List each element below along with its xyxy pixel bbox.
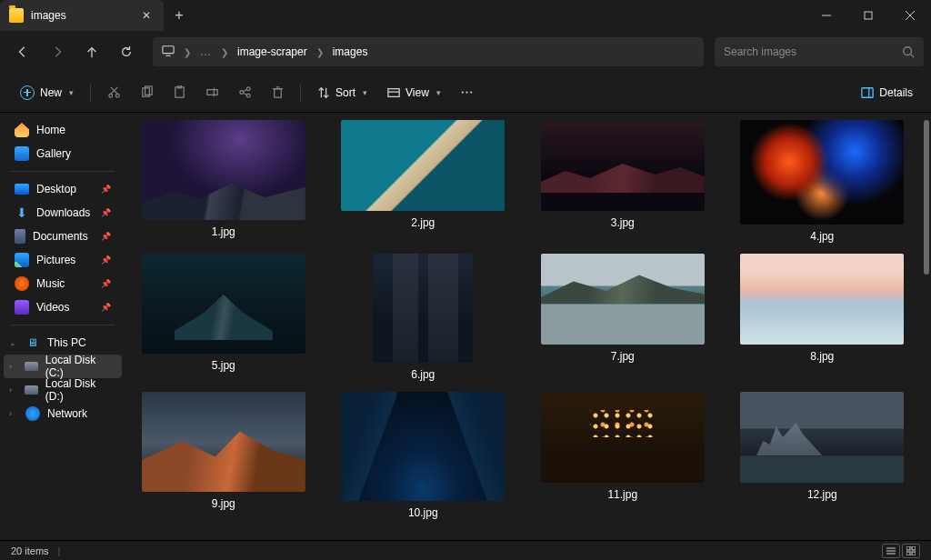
delete-button[interactable] bbox=[262, 77, 293, 108]
pc-icon: 🖥 bbox=[25, 335, 40, 350]
sidebar-item-home[interactable]: Home bbox=[4, 118, 122, 142]
chevron-right-icon: ❯ bbox=[316, 47, 324, 57]
svg-point-9 bbox=[108, 94, 112, 97]
svg-rect-42 bbox=[912, 552, 916, 555]
breadcrumb-parent[interactable]: image-scraper bbox=[237, 45, 307, 58]
thumbnail-icon bbox=[541, 392, 705, 483]
svg-rect-24 bbox=[274, 89, 281, 97]
new-label: New bbox=[40, 86, 62, 99]
scrollbar[interactable] bbox=[924, 120, 929, 533]
breadcrumb-more[interactable]: … bbox=[200, 45, 212, 58]
file-item[interactable]: 11.jpg bbox=[532, 392, 714, 519]
up-button[interactable] bbox=[76, 36, 107, 67]
svg-rect-41 bbox=[906, 552, 910, 555]
chevron-down-icon: ▾ bbox=[363, 88, 367, 97]
sort-button[interactable]: Sort ▾ bbox=[308, 79, 376, 106]
thumbnail-icon bbox=[740, 120, 904, 225]
sidebar-item-disk-c[interactable]: ›Local Disk (C:) bbox=[4, 355, 122, 378]
svg-point-20 bbox=[246, 87, 250, 91]
desktop-icon bbox=[15, 184, 29, 195]
thumbnail-icon bbox=[341, 120, 505, 211]
chevron-down-icon[interactable]: ⌄ bbox=[9, 338, 18, 347]
content-pane[interactable]: 1.jpg 2.jpg 3.jpg 4.jpg 5.jpg 6.jpg 7.jp… bbox=[125, 113, 931, 540]
chevron-right-icon: ❯ bbox=[221, 47, 228, 57]
sort-label: Sort bbox=[335, 86, 355, 99]
chevron-right-icon[interactable]: › bbox=[9, 362, 17, 371]
file-item[interactable]: 12.jpg bbox=[732, 392, 914, 519]
svg-point-21 bbox=[246, 94, 250, 97]
view-button[interactable]: View ▾ bbox=[378, 79, 450, 106]
sidebar-item-desktop[interactable]: Desktop📌 bbox=[4, 177, 122, 201]
grid-view-toggle[interactable] bbox=[902, 544, 920, 558]
file-item[interactable]: 6.jpg bbox=[333, 254, 515, 381]
search-box[interactable] bbox=[715, 37, 924, 66]
tab-title: images bbox=[31, 9, 133, 22]
thumbnail-icon bbox=[541, 120, 705, 211]
svg-rect-29 bbox=[388, 88, 399, 96]
refresh-button[interactable] bbox=[111, 36, 142, 67]
thumbnail-icon bbox=[341, 392, 505, 501]
new-tab-button[interactable]: + bbox=[164, 0, 195, 31]
file-item[interactable]: 4.jpg bbox=[732, 120, 914, 243]
document-icon bbox=[15, 229, 25, 244]
svg-rect-17 bbox=[206, 90, 216, 95]
forward-button[interactable] bbox=[42, 36, 73, 67]
file-item[interactable]: 7.jpg bbox=[532, 254, 714, 381]
disk-icon bbox=[25, 362, 38, 371]
file-item[interactable]: 1.jpg bbox=[133, 120, 315, 243]
chevron-right-icon[interactable]: › bbox=[9, 385, 17, 395]
cut-button[interactable] bbox=[98, 77, 129, 108]
network-icon bbox=[25, 406, 40, 421]
sidebar-item-gallery[interactable]: Gallery bbox=[4, 142, 122, 165]
svg-rect-34 bbox=[862, 87, 873, 97]
scrollbar-thumb[interactable] bbox=[924, 120, 929, 275]
chevron-right-icon[interactable]: › bbox=[9, 409, 18, 418]
more-button[interactable] bbox=[452, 77, 483, 108]
list-view-toggle[interactable] bbox=[882, 544, 900, 558]
tab-images[interactable]: images ✕ bbox=[0, 0, 164, 31]
sidebar: Home Gallery Desktop📌 ⬇Downloads📌 Docume… bbox=[0, 113, 125, 540]
maximize-button[interactable] bbox=[847, 0, 889, 31]
file-item[interactable]: 10.jpg bbox=[333, 392, 515, 519]
sidebar-item-pictures[interactable]: Pictures📌 bbox=[4, 248, 122, 272]
sidebar-item-downloads[interactable]: ⬇Downloads📌 bbox=[4, 201, 122, 225]
svg-rect-1 bbox=[865, 12, 872, 19]
navbar: ❯ … ❯ image-scraper ❯ images bbox=[0, 31, 931, 73]
thumbnail-icon bbox=[142, 120, 305, 220]
thumbnail-icon bbox=[142, 254, 305, 354]
sidebar-item-network[interactable]: ›Network bbox=[4, 402, 122, 425]
disk-icon bbox=[25, 385, 38, 395]
chevron-right-icon: ❯ bbox=[184, 47, 191, 57]
pin-icon: 📌 bbox=[101, 232, 111, 241]
rename-button[interactable] bbox=[196, 77, 227, 108]
sidebar-item-disk-d[interactable]: ›Local Disk (D:) bbox=[4, 378, 122, 402]
file-item[interactable]: 8.jpg bbox=[732, 254, 914, 381]
pin-icon: 📌 bbox=[101, 208, 111, 217]
file-item[interactable]: 2.jpg bbox=[333, 120, 515, 243]
sidebar-item-this-pc[interactable]: ⌄🖥This PC bbox=[4, 331, 122, 355]
file-item[interactable]: 3.jpg bbox=[532, 120, 714, 243]
breadcrumb-current[interactable]: images bbox=[333, 45, 368, 58]
new-button[interactable]: New ▾ bbox=[11, 79, 83, 106]
copy-button[interactable] bbox=[131, 77, 162, 108]
address-bar[interactable]: ❯ … ❯ image-scraper ❯ images bbox=[153, 37, 704, 66]
pin-icon: 📌 bbox=[101, 303, 111, 312]
sidebar-item-documents[interactable]: Documents📌 bbox=[4, 225, 122, 248]
sidebar-item-videos[interactable]: Videos📌 bbox=[4, 295, 122, 319]
file-item[interactable]: 5.jpg bbox=[133, 254, 315, 381]
toolbar: New ▾ Sort ▾ View ▾ Details bbox=[0, 73, 931, 113]
svg-point-32 bbox=[466, 91, 468, 93]
thumbnail-icon bbox=[541, 254, 705, 345]
close-window-button[interactable] bbox=[889, 0, 931, 31]
search-input[interactable] bbox=[724, 45, 902, 58]
sidebar-item-music[interactable]: Music📌 bbox=[4, 272, 122, 295]
minimize-button[interactable] bbox=[806, 0, 847, 31]
file-item[interactable]: 9.jpg bbox=[133, 392, 315, 519]
back-button[interactable] bbox=[7, 36, 38, 67]
paste-button[interactable] bbox=[164, 77, 195, 108]
details-button[interactable]: Details bbox=[854, 79, 920, 106]
close-tab-icon[interactable]: ✕ bbox=[140, 9, 153, 22]
svg-rect-40 bbox=[912, 546, 916, 550]
share-button[interactable] bbox=[229, 77, 260, 108]
pictures-icon bbox=[15, 253, 29, 267]
